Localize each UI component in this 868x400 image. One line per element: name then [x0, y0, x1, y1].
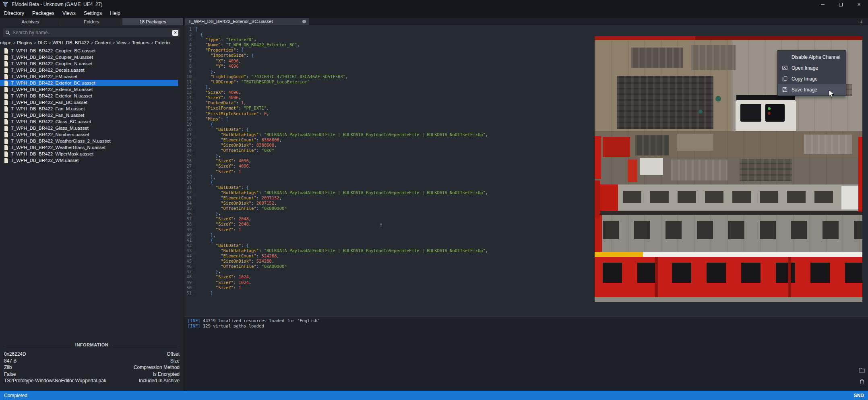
code-text: "ElementCount": 8388608, [194, 137, 282, 143]
line-number: 8 [184, 64, 194, 69]
file-item[interactable]: T_WPH_DB_BR422_Fan_BC.uasset [0, 99, 178, 106]
file-item[interactable]: T_WPH_DB_BR422_Exterior_BC.uasset [0, 80, 178, 86]
info-label: Included In Archive [139, 378, 180, 383]
new-tab-button[interactable]: + [858, 18, 865, 25]
file-item[interactable]: T_WPH_DB_BR422_WiperMask.uasset [0, 151, 178, 157]
line-number: 15 [184, 100, 194, 106]
context-menu-item-save-image[interactable]: Save Image [778, 84, 846, 95]
tab-archives[interactable]: Archives [0, 18, 61, 25]
code-text: "BulkDataFlags": "BULKDATA_PayloadAtEndO… [194, 190, 488, 195]
code-text: "FirstMipToSerialize": 0, [194, 111, 269, 116]
code-text: "SizeZ": 1 [194, 285, 241, 290]
code-text: "Properties": { [194, 48, 244, 53]
info-label: Size [170, 358, 180, 364]
file-item[interactable]: T_WPH_DB_BR422_Coupler_M.uasset [0, 54, 178, 60]
line-number: 21 [184, 132, 194, 137]
info-row: 847 BSize [4, 358, 180, 365]
line-number: 47 [184, 269, 194, 274]
breadcrumb-item[interactable]: DLC [38, 40, 47, 45]
menu-directory[interactable]: Directory [0, 9, 28, 18]
texture-region [858, 137, 862, 211]
menu-settings[interactable]: Settings [80, 9, 106, 18]
minimize-button[interactable] [814, 0, 832, 9]
breadcrumb-separator: > [91, 41, 93, 45]
open-folder-icon[interactable] [858, 366, 866, 373]
file-icon [4, 55, 8, 60]
breadcrumb-item[interactable]: View [116, 40, 126, 45]
file-item[interactable]: T_WPH_DB_BR422_Glass_M.uasset [0, 125, 178, 131]
context-menu-item-disable-alpha-channel[interactable]: Disable Alpha Channel [778, 52, 846, 62]
file-name: T_WPH_DB_BR422_WM.uasset [11, 158, 79, 163]
autoscroll-anchor-icon: ↥ [379, 222, 383, 228]
texture-region [595, 36, 695, 40]
file-icon [4, 139, 8, 144]
log-line: [INF] 129 virtual paths loaded [188, 323, 865, 329]
breadcrumb-separator: > [112, 41, 115, 45]
tab-folders[interactable]: Folders [61, 18, 122, 25]
copy-image-icon [778, 76, 792, 81]
code-text: }, [194, 211, 221, 216]
texture-region [643, 252, 862, 257]
breadcrumb-item[interactable]: Textures [132, 40, 149, 45]
code-text: { [194, 122, 213, 127]
code-text: "Y": 4096 [194, 64, 239, 69]
maximize-button[interactable] [832, 0, 850, 9]
log-text: 129 virtual paths loaded [200, 323, 264, 328]
file-item[interactable]: T_WPH_DB_BR422_Decals.uasset [0, 67, 178, 73]
file-item[interactable]: T_WPH_DB_BR422_Coupler_N.uasset [0, 60, 178, 67]
file-item[interactable]: T_WPH_DB_BR422_Exterior_M.uasset [0, 86, 178, 93]
context-menu-item-label: Save Image [792, 87, 817, 93]
file-icon [4, 113, 8, 118]
line-number: 34 [184, 201, 194, 206]
file-item[interactable]: T_WPH_DB_BR422_Glass_BC.uasset [0, 118, 178, 125]
status-message: Completed [4, 393, 27, 398]
file-name: T_WPH_DB_BR422_Coupler_M.uasset [11, 55, 93, 60]
status-right-label: SND [854, 393, 864, 398]
breadcrumb-item[interactable]: otype [0, 40, 11, 45]
file-item[interactable]: T_WPH_DB_BR422_EM.uasset [0, 73, 178, 80]
texture-region [595, 211, 862, 215]
search-input[interactable] [12, 30, 172, 35]
line-number: 40 [184, 232, 194, 238]
document-tab[interactable]: T_WPH_DB_BR422_Exterior_BC.uasset [185, 18, 309, 25]
line-number: 48 [184, 274, 194, 280]
line-number: 12 [184, 85, 194, 90]
file-item[interactable]: T_WPH_DB_BR422_Fan_N.uasset [0, 112, 178, 118]
file-item[interactable]: T_WPH_DB_BR422_Exterior_N.uasset [0, 93, 178, 99]
code-text: "BulkData": { [194, 243, 249, 248]
close-button[interactable]: ✕ [850, 0, 868, 9]
file-icon [4, 48, 8, 54]
menu-packages[interactable]: Packages [28, 9, 58, 18]
code-text: "OffsetInFile": "0xA00000" [194, 264, 287, 269]
menu-views[interactable]: Views [58, 9, 80, 18]
tab-18-packages[interactable]: 18 Packages [122, 18, 184, 25]
file-name: T_WPH_DB_BR422_Coupler_BC.uasset [11, 48, 95, 53]
file-item[interactable]: T_WPH_DB_BR422_WM.uasset [0, 157, 178, 164]
menu-help[interactable]: Help [106, 9, 124, 18]
line-number: 42 [184, 243, 194, 248]
breadcrumb-item[interactable]: Exterior [155, 40, 171, 45]
breadcrumb-item[interactable]: Content [95, 40, 111, 45]
code-text: }, [194, 232, 216, 238]
context-menu-item-open-image[interactable]: Open Image [778, 62, 846, 73]
code-text: }, [194, 69, 216, 74]
file-item[interactable]: T_WPH_DB_BR422_Numbers.uasset [0, 131, 178, 138]
breadcrumb-separator: > [34, 41, 36, 45]
info-value: TS2Prototype-WindowsNoEditor-Wuppertal.p… [4, 378, 106, 383]
search-box[interactable]: ✕ [3, 28, 180, 37]
file-icon [4, 106, 8, 112]
clear-log-trash-icon[interactable] [858, 378, 866, 385]
log-level: [INF] [188, 318, 200, 323]
context-menu-item-copy-image[interactable]: Copy Image [778, 73, 846, 84]
line-number: 16 [184, 106, 194, 111]
file-item[interactable]: T_WPH_DB_BR422_WeatherGlass_2_N.uasset [0, 138, 178, 144]
clear-search-icon[interactable]: ✕ [172, 30, 178, 36]
file-item[interactable]: T_WPH_DB_BR422_WeatherGlass_N.uasset [0, 144, 178, 151]
open-image-icon [778, 65, 792, 70]
file-item[interactable]: T_WPH_DB_BR422_Coupler_BC.uasset [0, 48, 178, 54]
file-item[interactable]: T_WPH_DB_BR422_Fan_M.uasset [0, 106, 178, 112]
file-name: T_WPH_DB_BR422_Fan_N.uasset [11, 113, 84, 118]
breadcrumb-item[interactable]: Plugins [17, 40, 32, 45]
line-number: 2 [184, 32, 194, 37]
breadcrumb-item[interactable]: WPH_DB_BR422 [52, 40, 89, 45]
